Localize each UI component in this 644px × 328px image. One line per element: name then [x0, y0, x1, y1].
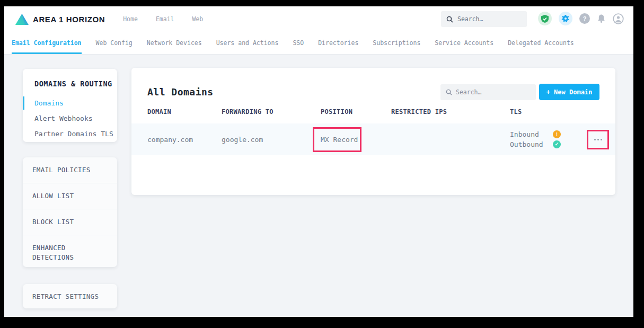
- tls-outbound: Outbound ✓: [510, 140, 561, 149]
- check-icon: ✓: [553, 140, 561, 148]
- sidebar-item-alert-webhooks[interactable]: Alert Webhooks: [34, 111, 117, 126]
- global-search[interactable]: [441, 11, 527, 27]
- sidebar-policy-sections: EMAIL POLICIES ALLOW LIST BLOCK LIST ENH…: [23, 157, 117, 267]
- table-row: company.com google.com MX Record Inbound…: [131, 123, 615, 155]
- help-icon[interactable]: ?: [579, 13, 590, 24]
- logo-text: AREA 1 HORIZON: [33, 15, 105, 24]
- ellipsis-icon: [594, 139, 602, 140]
- gear-icon[interactable]: [559, 12, 572, 25]
- tab-directories[interactable]: Directories: [318, 32, 358, 54]
- app-window: AREA 1 HORIZON Home Email Web: [4, 6, 633, 317]
- cell-restricted-ips: [391, 123, 510, 155]
- col-restricted-ips: RESTRICTED IPS: [391, 108, 510, 116]
- page-title: All Domains: [147, 86, 440, 97]
- header-icons: ?: [538, 12, 624, 25]
- sidebar-item-enhanced-detections[interactable]: ENHANCED DETECTIONS: [23, 235, 117, 267]
- area1-triangle-icon: [15, 13, 29, 25]
- position-value: MX Record: [321, 136, 358, 144]
- new-domain-button[interactable]: + New Domain: [539, 84, 599, 100]
- all-domains-panel: All Domains + New Domain DOMAIN FORWARDI…: [131, 68, 615, 195]
- nav-web[interactable]: Web: [192, 15, 204, 23]
- sidebar-item-allow-list[interactable]: ALLOW LIST: [23, 183, 117, 209]
- domains-search-input[interactable]: [456, 88, 519, 96]
- tls-inbound: Inbound !: [510, 130, 561, 139]
- tab-web-config[interactable]: Web Config: [96, 32, 133, 54]
- global-search-input[interactable]: [457, 15, 516, 23]
- col-tls: TLS: [510, 108, 587, 116]
- tab-sso[interactable]: SSO: [293, 32, 304, 54]
- cell-domain: company.com: [147, 123, 222, 155]
- settings-tabbar: Email Configuration Web Config Network D…: [4, 32, 633, 55]
- sidebar-item-block-list[interactable]: BLOCK LIST: [23, 209, 117, 235]
- search-icon: [446, 89, 452, 95]
- nav-email[interactable]: Email: [156, 15, 174, 23]
- panel-header: All Domains + New Domain: [131, 68, 615, 100]
- tab-delegated-accounts[interactable]: Delegated Accounts: [508, 32, 574, 54]
- logo[interactable]: AREA 1 HORIZON: [15, 13, 105, 25]
- sidebar-retract-settings[interactable]: RETRACT SETTINGS: [23, 284, 117, 308]
- tab-network-devices[interactable]: Network Devices: [147, 32, 202, 54]
- tab-email-configuration[interactable]: Email Configuration: [12, 32, 82, 54]
- col-position: POSITION: [321, 108, 391, 116]
- bell-icon[interactable]: [597, 14, 606, 23]
- sidebar-item-partner-domains-tls[interactable]: Partner Domains TLS: [34, 126, 117, 141]
- sidebar-section-title: DOMAINS & ROUTING: [34, 79, 117, 88]
- cell-position: MX Record: [321, 123, 391, 155]
- row-actions-button[interactable]: [587, 130, 609, 149]
- sidebar-domains-routing: DOMAINS & ROUTING Domains Alert Webhooks…: [23, 69, 117, 142]
- domains-search[interactable]: [440, 84, 536, 100]
- cell-tls: Inbound ! Outbound ✓: [510, 123, 587, 155]
- tab-service-accounts[interactable]: Service Accounts: [435, 32, 493, 54]
- tab-users-and-actions[interactable]: Users and Actions: [216, 32, 279, 54]
- tls-inbound-label: Inbound: [510, 130, 544, 139]
- top-header: AREA 1 HORIZON Home Email Web: [4, 6, 633, 32]
- tab-subscriptions[interactable]: Subscriptions: [373, 32, 420, 54]
- sidebar-item-email-policies[interactable]: EMAIL POLICIES: [23, 157, 117, 183]
- warning-icon: !: [553, 130, 561, 138]
- sidebar-item-domains[interactable]: Domains: [34, 95, 117, 111]
- sidebar-item-retract-settings: RETRACT SETTINGS: [32, 292, 99, 300]
- tls-outbound-label: Outbound: [510, 140, 544, 149]
- top-nav: Home Email Web: [123, 15, 203, 23]
- shield-check-icon[interactable]: [538, 12, 552, 25]
- nav-home[interactable]: Home: [123, 15, 138, 23]
- user-icon[interactable]: [613, 13, 624, 24]
- cell-forwarding-to: google.com: [222, 123, 321, 155]
- col-domain: DOMAIN: [147, 108, 222, 116]
- table-header: DOMAIN FORWARDING TO POSITION RESTRICTED…: [131, 100, 615, 123]
- search-icon: [446, 16, 453, 23]
- col-forwarding-to: FORWARDING TO: [222, 108, 321, 116]
